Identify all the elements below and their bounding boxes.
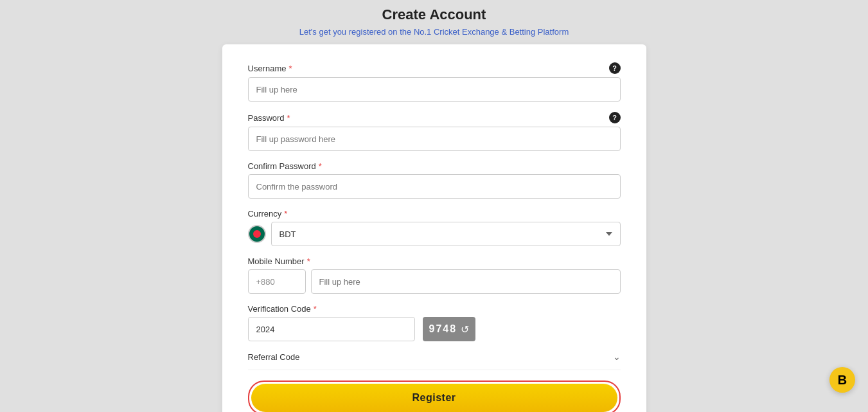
- page-title: Create Account: [382, 6, 486, 23]
- captcha-value: 9748: [429, 323, 457, 335]
- refresh-captcha-icon[interactable]: ↺: [461, 323, 469, 336]
- username-label: Username *: [248, 64, 292, 73]
- chevron-down-icon: ⌄: [613, 352, 621, 362]
- username-input[interactable]: [248, 77, 621, 102]
- mobile-required: *: [307, 256, 310, 266]
- verification-label: Verification Code *: [248, 304, 317, 314]
- currency-label: Currency *: [248, 209, 288, 219]
- page-wrapper: Create Account Let's get you registered …: [0, 0, 868, 412]
- password-group: Password * ?: [248, 112, 621, 151]
- mobile-prefix-input[interactable]: [248, 269, 306, 294]
- confirm-password-label-row: Confirm Password *: [248, 161, 621, 171]
- mobile-number-input[interactable]: [311, 269, 621, 294]
- mobile-label: Mobile Number *: [248, 256, 310, 266]
- username-label-row: Username * ?: [248, 62, 621, 74]
- confirm-password-label: Confirm Password *: [248, 161, 322, 171]
- brand-badge[interactable]: B: [829, 367, 855, 393]
- bangladesh-flag-icon: [248, 225, 266, 243]
- password-help-icon[interactable]: ?: [609, 112, 621, 123]
- currency-required: *: [284, 209, 287, 219]
- mobile-row: [248, 269, 621, 294]
- password-label: Password *: [248, 113, 290, 123]
- currency-select[interactable]: BDT USD INR EUR: [271, 222, 621, 246]
- verification-label-row: Verification Code *: [248, 304, 621, 314]
- currency-group: Currency * BDT USD INR EUR: [248, 209, 621, 246]
- verification-row: 9748 ↺: [248, 317, 621, 341]
- mobile-label-row: Mobile Number *: [248, 256, 621, 266]
- verification-input[interactable]: [248, 317, 415, 341]
- confirm-password-input[interactable]: [248, 174, 621, 199]
- password-input[interactable]: [248, 127, 621, 151]
- confirm-password-required: *: [319, 161, 322, 171]
- currency-label-row: Currency *: [248, 209, 621, 219]
- currency-row: BDT USD INR EUR: [248, 222, 621, 246]
- referral-row[interactable]: Referral Code ⌄: [248, 352, 621, 370]
- register-btn-wrapper: Register: [248, 381, 621, 412]
- page-subtitle: Let's get you registered on the No.1 Cri…: [299, 27, 569, 37]
- username-required: *: [288, 64, 292, 73]
- verification-group: Verification Code * 9748 ↺: [248, 304, 621, 341]
- referral-label: Referral Code: [248, 352, 300, 362]
- username-help-icon[interactable]: ?: [609, 62, 621, 74]
- captcha-box: 9748 ↺: [423, 317, 476, 341]
- username-group: Username * ?: [248, 62, 621, 102]
- confirm-password-group: Confirm Password *: [248, 161, 621, 199]
- verification-required: *: [314, 304, 317, 314]
- mobile-group: Mobile Number *: [248, 256, 621, 294]
- registration-form-card: Username * ? Password * ? Confirm: [222, 44, 646, 412]
- register-button[interactable]: Register: [251, 384, 617, 412]
- password-label-row: Password * ?: [248, 112, 621, 123]
- password-required: *: [287, 113, 290, 123]
